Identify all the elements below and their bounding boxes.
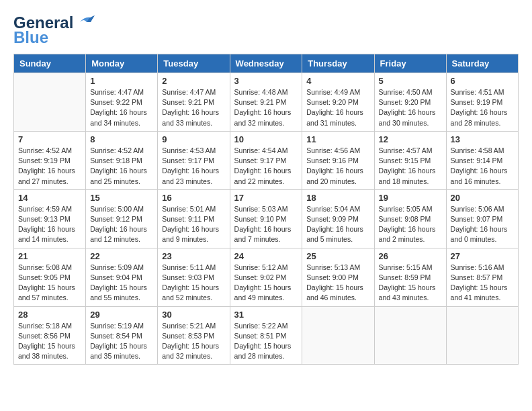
- day-number: 31: [234, 310, 298, 320]
- day-number: 5: [379, 76, 442, 86]
- calendar-cell: 21Sunrise: 5:08 AM Sunset: 9:05 PM Dayli…: [14, 248, 86, 306]
- day-info: Sunrise: 4:56 AM Sunset: 9:16 PM Dayligh…: [306, 146, 369, 187]
- calendar-cell: 22Sunrise: 5:09 AM Sunset: 9:04 PM Dayli…: [86, 248, 158, 306]
- day-number: 11: [306, 134, 369, 144]
- day-number: 4: [306, 76, 369, 86]
- calendar-cell: 18Sunrise: 5:04 AM Sunset: 9:09 PM Dayli…: [302, 189, 374, 248]
- day-number: 28: [18, 310, 81, 320]
- day-number: 30: [162, 310, 225, 320]
- day-number: 20: [451, 193, 514, 203]
- day-number: 1: [90, 76, 153, 86]
- day-info: Sunrise: 4:49 AM Sunset: 9:20 PM Dayligh…: [306, 87, 369, 128]
- weekday-header-friday: Friday: [374, 54, 446, 73]
- calendar-cell: 13Sunrise: 4:58 AM Sunset: 9:14 PM Dayli…: [446, 131, 518, 189]
- calendar-cell: 24Sunrise: 5:12 AM Sunset: 9:02 PM Dayli…: [230, 248, 302, 306]
- calendar-cell: 10Sunrise: 4:54 AM Sunset: 9:17 PM Dayli…: [230, 131, 302, 189]
- calendar-cell: 29Sunrise: 5:19 AM Sunset: 8:54 PM Dayli…: [86, 306, 158, 365]
- day-number: 10: [234, 134, 298, 144]
- day-number: 27: [451, 251, 514, 261]
- calendar-cell: 23Sunrise: 5:11 AM Sunset: 9:03 PM Dayli…: [158, 248, 230, 306]
- day-info: Sunrise: 4:47 AM Sunset: 9:22 PM Dayligh…: [90, 87, 153, 128]
- weekday-header-tuesday: Tuesday: [158, 54, 230, 73]
- day-number: 9: [162, 134, 225, 144]
- day-number: 19: [379, 193, 442, 203]
- weekday-header-saturday: Saturday: [446, 54, 518, 73]
- calendar-cell: 20Sunrise: 5:06 AM Sunset: 9:07 PM Dayli…: [446, 189, 518, 248]
- calendar-cell: 2Sunrise: 4:47 AM Sunset: 9:21 PM Daylig…: [158, 73, 230, 132]
- calendar-cell: 16Sunrise: 5:01 AM Sunset: 9:11 PM Dayli…: [158, 189, 230, 248]
- day-number: 23: [162, 251, 225, 261]
- day-info: Sunrise: 4:51 AM Sunset: 9:19 PM Dayligh…: [451, 87, 514, 128]
- weekday-header-wednesday: Wednesday: [230, 54, 302, 73]
- day-info: Sunrise: 4:47 AM Sunset: 9:21 PM Dayligh…: [162, 87, 225, 128]
- day-info: Sunrise: 5:11 AM Sunset: 9:03 PM Dayligh…: [162, 263, 225, 304]
- calendar-cell: [374, 306, 446, 365]
- logo-blue: Blue: [13, 28, 48, 47]
- calendar-cell: 11Sunrise: 4:56 AM Sunset: 9:16 PM Dayli…: [302, 131, 374, 189]
- day-info: Sunrise: 5:19 AM Sunset: 8:54 PM Dayligh…: [90, 321, 153, 362]
- day-number: 24: [234, 251, 298, 261]
- day-info: Sunrise: 4:50 AM Sunset: 9:20 PM Dayligh…: [379, 87, 442, 128]
- calendar-cell: 25Sunrise: 5:13 AM Sunset: 9:00 PM Dayli…: [302, 248, 374, 306]
- day-number: 26: [379, 251, 442, 261]
- day-info: Sunrise: 4:52 AM Sunset: 9:19 PM Dayligh…: [18, 146, 81, 187]
- calendar-cell: 26Sunrise: 5:15 AM Sunset: 8:59 PM Dayli…: [374, 248, 446, 306]
- weekday-header-row: SundayMondayTuesdayWednesdayThursdayFrid…: [14, 54, 519, 73]
- calendar-week-3: 14Sunrise: 4:59 AM Sunset: 9:13 PM Dayli…: [14, 189, 519, 248]
- day-number: 6: [451, 76, 514, 86]
- day-info: Sunrise: 4:59 AM Sunset: 9:13 PM Dayligh…: [18, 204, 81, 245]
- day-info: Sunrise: 5:09 AM Sunset: 9:04 PM Dayligh…: [90, 263, 153, 304]
- day-info: Sunrise: 5:04 AM Sunset: 9:09 PM Dayligh…: [306, 204, 369, 245]
- calendar-week-4: 21Sunrise: 5:08 AM Sunset: 9:05 PM Dayli…: [14, 248, 519, 306]
- logo: General Blue: [13, 13, 96, 47]
- day-number: 2: [162, 76, 225, 86]
- day-info: Sunrise: 5:13 AM Sunset: 9:00 PM Dayligh…: [306, 263, 369, 304]
- day-number: 16: [162, 193, 225, 203]
- day-info: Sunrise: 4:48 AM Sunset: 9:21 PM Dayligh…: [234, 87, 298, 128]
- day-info: Sunrise: 5:16 AM Sunset: 8:57 PM Dayligh…: [451, 263, 514, 304]
- day-number: 8: [90, 134, 153, 144]
- calendar-table: SundayMondayTuesdayWednesdayThursdayFrid…: [13, 54, 519, 365]
- day-number: 21: [18, 251, 81, 261]
- day-info: Sunrise: 5:00 AM Sunset: 9:12 PM Dayligh…: [90, 204, 153, 245]
- day-number: 15: [90, 193, 153, 203]
- calendar-cell: 19Sunrise: 5:05 AM Sunset: 9:08 PM Dayli…: [374, 189, 446, 248]
- calendar-week-1: 1Sunrise: 4:47 AM Sunset: 9:22 PM Daylig…: [14, 73, 519, 132]
- day-number: 25: [306, 251, 369, 261]
- calendar-cell: 1Sunrise: 4:47 AM Sunset: 9:22 PM Daylig…: [86, 73, 158, 132]
- calendar-week-2: 7Sunrise: 4:52 AM Sunset: 9:19 PM Daylig…: [14, 131, 519, 189]
- day-info: Sunrise: 4:58 AM Sunset: 9:14 PM Dayligh…: [451, 146, 514, 187]
- weekday-header-thursday: Thursday: [302, 54, 374, 73]
- day-info: Sunrise: 4:57 AM Sunset: 9:15 PM Dayligh…: [379, 146, 442, 187]
- weekday-header-monday: Monday: [86, 54, 158, 73]
- calendar-cell: 28Sunrise: 5:18 AM Sunset: 8:56 PM Dayli…: [14, 306, 86, 365]
- calendar-cell: 27Sunrise: 5:16 AM Sunset: 8:57 PM Dayli…: [446, 248, 518, 306]
- day-info: Sunrise: 4:54 AM Sunset: 9:17 PM Dayligh…: [234, 146, 298, 187]
- calendar-cell: 4Sunrise: 4:49 AM Sunset: 9:20 PM Daylig…: [302, 73, 374, 132]
- calendar-cell: 3Sunrise: 4:48 AM Sunset: 9:21 PM Daylig…: [230, 73, 302, 132]
- day-info: Sunrise: 5:06 AM Sunset: 9:07 PM Dayligh…: [451, 204, 514, 245]
- day-number: 14: [18, 193, 81, 203]
- day-number: 7: [18, 134, 81, 144]
- day-number: 12: [379, 134, 442, 144]
- calendar-week-5: 28Sunrise: 5:18 AM Sunset: 8:56 PM Dayli…: [14, 306, 519, 365]
- page-header: General Blue: [13, 13, 519, 47]
- logo-bird-icon: [75, 14, 96, 29]
- day-info: Sunrise: 5:08 AM Sunset: 9:05 PM Dayligh…: [18, 263, 81, 304]
- day-info: Sunrise: 5:18 AM Sunset: 8:56 PM Dayligh…: [18, 321, 81, 362]
- day-number: 22: [90, 251, 153, 261]
- day-info: Sunrise: 5:03 AM Sunset: 9:10 PM Dayligh…: [234, 204, 298, 245]
- day-info: Sunrise: 5:01 AM Sunset: 9:11 PM Dayligh…: [162, 204, 225, 245]
- calendar-cell: [446, 306, 518, 365]
- calendar-cell: 5Sunrise: 4:50 AM Sunset: 9:20 PM Daylig…: [374, 73, 446, 132]
- calendar-cell: [14, 73, 86, 132]
- weekday-header-sunday: Sunday: [14, 54, 86, 73]
- day-number: 17: [234, 193, 298, 203]
- day-info: Sunrise: 5:12 AM Sunset: 9:02 PM Dayligh…: [234, 263, 298, 304]
- day-number: 13: [451, 134, 514, 144]
- day-number: 18: [306, 193, 369, 203]
- calendar-cell: 9Sunrise: 4:53 AM Sunset: 9:17 PM Daylig…: [158, 131, 230, 189]
- day-info: Sunrise: 5:05 AM Sunset: 9:08 PM Dayligh…: [379, 204, 442, 245]
- day-number: 3: [234, 76, 298, 86]
- calendar-cell: 17Sunrise: 5:03 AM Sunset: 9:10 PM Dayli…: [230, 189, 302, 248]
